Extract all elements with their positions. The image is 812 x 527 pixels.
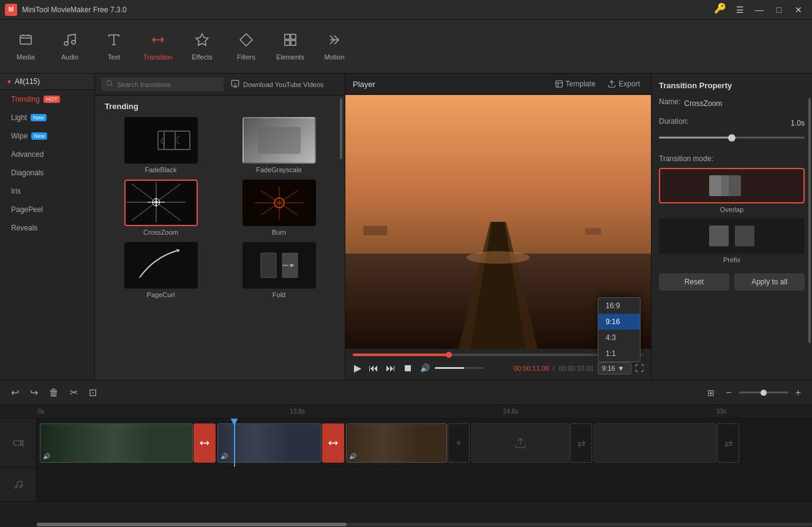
toolbar-audio[interactable]: Audio	[49, 25, 91, 69]
download-youtube-button[interactable]: Download YouTube Videos	[231, 80, 324, 89]
sidebar-item-pagepeel[interactable]: PagePeel	[0, 200, 94, 219]
toolbar-effects[interactable]: Effects	[181, 25, 223, 69]
prop-action-buttons: Reset Apply to all	[659, 273, 805, 290]
transition-marker-1[interactable]	[194, 423, 216, 463]
timeline-ruler: 0s 13.8s 24.8s 33s	[0, 405, 812, 419]
aspect-4-3[interactable]: 4:3	[598, 330, 640, 346]
diagonals-label: Diagonals	[11, 169, 43, 177]
sidebar-item-advanced[interactable]: Advanced	[0, 145, 94, 164]
duration-slider[interactable]	[659, 137, 805, 138]
fullscreen-button[interactable]: ⛶	[635, 363, 644, 373]
transition-burn[interactable]: Burn	[223, 180, 335, 236]
transition-grid-container: Trending ☾ FadeBlack	[95, 96, 345, 314]
mode-prefix[interactable]: Prefix	[659, 218, 805, 264]
trending-label: Trending	[11, 95, 40, 104]
sidebar-item-iris[interactable]: Iris	[0, 182, 94, 200]
all-categories-header[interactable]: ▼ All(115)	[0, 74, 94, 90]
transition-slot-3[interactable]: +	[448, 423, 470, 463]
toolbar-transition[interactable]: Transition	[137, 25, 179, 69]
empty-clip-slot-2[interactable]	[594, 423, 716, 463]
toolbar-text[interactable]: Text	[93, 25, 135, 69]
volume-icon[interactable]: 🔊	[419, 362, 431, 374]
close-button[interactable]: ✕	[790, 2, 807, 17]
toolbar-filters[interactable]: Filters	[225, 25, 267, 69]
template-label: Template	[566, 80, 596, 88]
transition-icon	[151, 32, 165, 51]
svg-point-9	[107, 81, 112, 86]
duration-prop: Duration: 1.0s	[659, 117, 805, 146]
control-row: ▶ ⏮ ⏭ ⏹ 🔊 00:00:11.06 / 00:00:33.01	[353, 361, 644, 375]
video-clip-1[interactable]: 🔊	[40, 423, 193, 463]
name-value: CrossZoom	[684, 99, 722, 108]
apply-to-all-button[interactable]: Apply to all	[734, 273, 805, 290]
svg-point-2	[72, 40, 75, 44]
transition-slot-5[interactable]: ⇄	[717, 423, 739, 463]
export-button[interactable]: Export	[604, 78, 644, 89]
mode-options: Overlap Prefix	[659, 168, 805, 264]
stop-button[interactable]: ⏹	[402, 362, 414, 375]
toolbar-motion[interactable]: Motion	[314, 25, 355, 69]
license-icon[interactable]: 🔑	[714, 2, 726, 17]
reset-button[interactable]: Reset	[659, 273, 729, 290]
timeline-buttons: ↩ ↪ 🗑 ✂ ⊡	[7, 384, 100, 401]
sidebar-item-wipe[interactable]: Wipe New	[0, 127, 94, 145]
volume-bar[interactable]	[435, 367, 484, 369]
time-divider: /	[553, 365, 555, 372]
progress-handle[interactable]	[446, 352, 452, 358]
pagepeel-label: PagePeel	[11, 205, 43, 214]
transition-crosszoom[interactable]: CrossZoom	[105, 180, 217, 236]
scroll-indicator[interactable]	[340, 98, 342, 159]
trending-section-title: Trending	[105, 102, 335, 111]
template-button[interactable]: Template	[551, 78, 600, 89]
text-icon	[107, 32, 121, 51]
search-input[interactable]	[117, 81, 219, 88]
transition-fadeblack[interactable]: ☾ FadeBlack	[105, 117, 217, 173]
sidebar-item-diagonals[interactable]: Diagonals	[0, 164, 94, 182]
zoom-slider[interactable]	[739, 392, 788, 393]
mode-label: Transition mode:	[659, 154, 805, 163]
crop-button[interactable]: ⊡	[85, 384, 100, 401]
audio-label: Audio	[61, 53, 78, 61]
empty-clip-slot[interactable]	[472, 423, 570, 463]
transition-fold[interactable]: Fold	[223, 242, 335, 298]
search-box[interactable]	[101, 77, 224, 91]
undo-button[interactable]: ↩	[7, 384, 23, 401]
timeline-scrollbar[interactable]	[37, 523, 812, 526]
sidebar-item-light[interactable]: Light New	[0, 108, 94, 127]
sidebar-item-reveals[interactable]: Reveals	[0, 219, 94, 237]
playhead[interactable]	[234, 419, 235, 467]
zoom-in-button[interactable]: +	[792, 385, 805, 401]
mode-overlap[interactable]: Overlap	[659, 168, 805, 213]
video-clip-3[interactable]: 🔊	[346, 423, 447, 463]
toolbar-media[interactable]: Media	[5, 25, 47, 69]
minimize-button[interactable]: —	[751, 2, 768, 17]
aspect-16-9[interactable]: 16:9	[598, 298, 640, 314]
aspect-9-16[interactable]: 9:16	[598, 314, 640, 330]
transition-mode-section: Transition mode: Overlap	[659, 154, 805, 264]
svg-text:☾: ☾	[160, 136, 168, 146]
zoom-out-button[interactable]: −	[722, 385, 735, 401]
sidebar-item-trending[interactable]: Trending HOT	[0, 90, 94, 108]
maximize-button[interactable]: □	[770, 2, 788, 17]
transition-marker-2[interactable]	[322, 423, 344, 463]
aspect-ratio-select[interactable]: 9:16 ▼	[598, 362, 631, 374]
prev-button[interactable]: ⏮	[367, 362, 380, 375]
transition-fadegrayscale[interactable]: FadeGrayscale	[223, 117, 335, 173]
redo-button[interactable]: ↪	[26, 384, 42, 401]
right-panel-scrollbar[interactable]	[808, 98, 811, 343]
video-clip-2[interactable]: 🔊	[217, 423, 321, 463]
play-button[interactable]: ▶	[353, 361, 363, 375]
delete-button[interactable]: 🗑	[45, 384, 62, 401]
transition-slot-4[interactable]: ⇄	[570, 423, 592, 463]
svg-line-32	[261, 203, 279, 215]
cut-button[interactable]: ✂	[66, 384, 81, 401]
category-sidebar: ▼ All(115) Trending HOT Light New Wipe N…	[0, 74, 95, 380]
timeline-scrollbar-thumb[interactable]	[37, 523, 347, 526]
next-button[interactable]: ⏭	[385, 362, 397, 375]
transition-pagecurl[interactable]: PageCurl	[105, 242, 217, 298]
menu-button[interactable]: ☰	[731, 2, 748, 17]
toolbar-elements[interactable]: Elements	[269, 25, 311, 69]
fadegrayscale-label: FadeGrayscale	[256, 166, 302, 173]
aspect-1-1[interactable]: 1:1	[598, 346, 640, 362]
timeline-split-icon[interactable]: ⊞	[704, 385, 718, 400]
